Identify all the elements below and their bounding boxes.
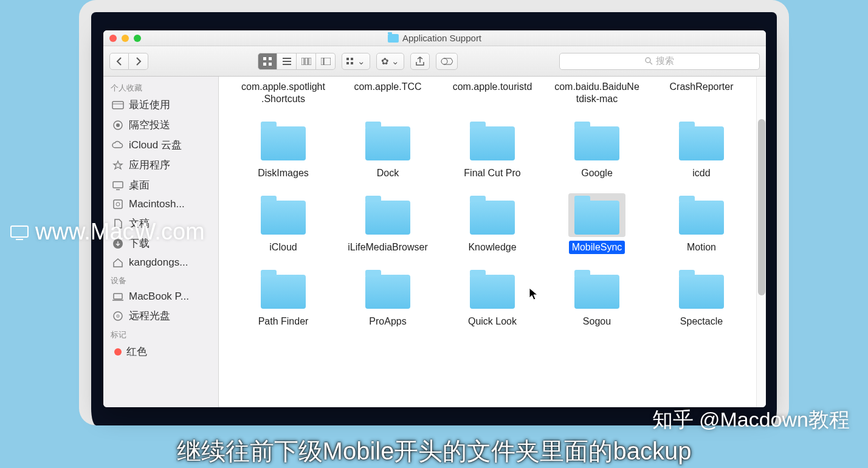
- folder-label: iLifeMediaBrowser: [345, 241, 431, 254]
- folder-item[interactable]: DiskImages: [231, 115, 336, 184]
- icon-view-button[interactable]: [258, 53, 277, 70]
- svg-rect-31: [11, 226, 28, 237]
- folder-label: Quick Look: [465, 315, 520, 328]
- folder-icon: [679, 275, 724, 309]
- sidebar-item[interactable]: kangdongs...: [103, 253, 218, 272]
- folder-item[interactable]: CrashReporter: [649, 77, 754, 109]
- chevron-right-icon: [136, 57, 142, 66]
- sidebar-tag-item[interactable]: 红色: [103, 342, 218, 362]
- sidebar-item[interactable]: iCloud 云盘: [103, 135, 218, 155]
- sidebar-item[interactable]: 桌面: [103, 175, 218, 195]
- folder-item[interactable]: iLifeMediaBrowser: [336, 190, 440, 258]
- folder-label: icdd: [689, 167, 713, 180]
- close-button[interactable]: [109, 35, 117, 42]
- svg-rect-15: [351, 62, 353, 64]
- folder-item[interactable]: com.apple.touristd: [440, 77, 545, 109]
- folder-item[interactable]: com.apple.TCC: [336, 77, 440, 109]
- folder-label: iCloud: [266, 241, 300, 254]
- folder-label: Sogou: [580, 315, 614, 328]
- folder-item[interactable]: Spectacle: [649, 264, 754, 332]
- list-view-button[interactable]: [277, 53, 297, 70]
- folder-item[interactable]: MobileSync: [545, 190, 649, 258]
- credit-text: 知乎 @Macdown教程: [652, 406, 850, 434]
- folder-label: com.apple.touristd: [450, 80, 536, 94]
- svg-rect-0: [263, 57, 266, 60]
- folder-icon: [388, 34, 399, 43]
- folder-item[interactable]: com.apple.spotlight.Shortcuts: [231, 77, 336, 109]
- folder-item[interactable]: Dock: [336, 115, 440, 184]
- sidebar-item[interactable]: 隔空投送: [103, 115, 218, 135]
- folder-icon: [261, 126, 306, 160]
- column-view-button[interactable]: [297, 53, 316, 70]
- folder-item[interactable]: Sogou: [545, 264, 649, 332]
- action-button[interactable]: ✿⌄: [376, 53, 404, 70]
- favorites-heading: 个人收藏: [103, 79, 218, 95]
- folder-label: Motion: [684, 241, 719, 254]
- svg-point-21: [116, 123, 120, 127]
- svg-rect-13: [351, 58, 353, 60]
- sidebar-item[interactable]: 应用程序: [103, 155, 218, 175]
- share-icon: [416, 57, 424, 66]
- sidebar-item-label: kangdongs...: [129, 256, 188, 269]
- folder-item[interactable]: ProApps: [336, 264, 440, 332]
- sidebar-item-label: 隔空投送: [129, 118, 170, 132]
- arrange-button[interactable]: ⌄: [342, 53, 370, 70]
- folder-item[interactable]: Final Cut Pro: [440, 115, 545, 184]
- sidebar-item[interactable]: 远程光盘: [103, 306, 218, 326]
- folder-icon: [470, 201, 515, 235]
- folder-label: Final Cut Pro: [461, 167, 523, 180]
- folder-icon: [470, 126, 515, 160]
- svg-rect-9: [309, 58, 311, 65]
- folder-icon: [261, 275, 306, 309]
- list-icon: [283, 58, 291, 65]
- minimize-button[interactable]: [122, 35, 129, 42]
- folder-item[interactable]: com.baidu.BaiduNetdisk-mac: [545, 77, 649, 109]
- folder-label: ProApps: [366, 315, 409, 328]
- folder-icon: [470, 275, 515, 309]
- sidebar-item-label: 最近使用: [129, 98, 170, 112]
- airdrop-icon: [112, 120, 124, 131]
- folder-icon: [365, 126, 410, 160]
- sidebar-item[interactable]: 最近使用: [103, 95, 218, 115]
- laptop-icon: [112, 291, 124, 302]
- share-button[interactable]: [410, 53, 430, 70]
- folder-icon: [679, 126, 724, 160]
- sidebar-item[interactable]: MacBook P...: [103, 287, 218, 306]
- caption-text: 继续往前下级Mobile开头的文件夹里面的backup: [0, 435, 868, 468]
- cloud-icon: [112, 140, 124, 151]
- sidebar-item-label: 桌面: [129, 178, 150, 192]
- svg-rect-22: [113, 182, 123, 188]
- scrollbar-thumb[interactable]: [758, 119, 765, 295]
- folder-item[interactable]: iCloud: [231, 190, 336, 258]
- folder-icon: [261, 201, 306, 235]
- applications-icon: [112, 160, 124, 171]
- svg-rect-12: [346, 58, 349, 60]
- folder-item[interactable]: Knowledge: [440, 190, 545, 258]
- gallery-view-button[interactable]: [316, 53, 336, 70]
- tag-icon: [441, 58, 453, 65]
- sidebar-item-label: MacBook P...: [129, 291, 189, 303]
- folder-label: Google: [578, 167, 616, 180]
- svg-rect-24: [114, 200, 122, 208]
- forward-button[interactable]: [129, 53, 148, 70]
- folder-item[interactable]: Motion: [649, 190, 754, 258]
- back-button[interactable]: [109, 53, 129, 70]
- search-placeholder: 搜索: [656, 55, 674, 67]
- svg-point-29: [114, 312, 122, 320]
- search-input[interactable]: 搜索: [559, 53, 760, 70]
- content-area: com.apple.spotlight.Shortcutscom.apple.T…: [219, 77, 766, 407]
- svg-rect-8: [305, 58, 308, 65]
- folder-label: DiskImages: [255, 167, 312, 180]
- toolbar: ⌄ ✿⌄ 搜索: [103, 46, 766, 77]
- maximize-button[interactable]: [134, 35, 141, 42]
- sidebar-item[interactable]: Macintosh...: [103, 195, 218, 213]
- folder-item[interactable]: Path Finder: [231, 264, 336, 332]
- svg-line-17: [650, 62, 652, 64]
- folder-item[interactable]: icdd: [649, 115, 754, 184]
- scrollbar[interactable]: [756, 77, 766, 407]
- folder-icon: [679, 201, 724, 235]
- folder-item[interactable]: Google: [545, 115, 649, 184]
- tags-button[interactable]: [436, 53, 458, 70]
- folder-item[interactable]: Quick Look: [440, 264, 545, 332]
- sidebar-item-label: 红色: [126, 345, 147, 359]
